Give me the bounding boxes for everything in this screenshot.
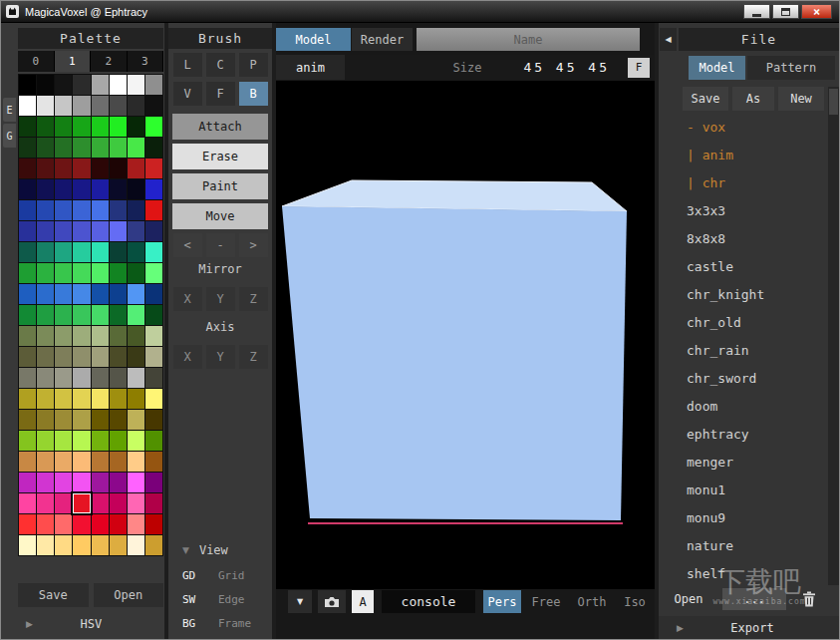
palette-swatch[interactable]	[145, 389, 162, 409]
palette-tab-0[interactable]: 0	[18, 51, 55, 72]
palette-swatch[interactable]	[92, 431, 109, 451]
palette-swatch[interactable]	[145, 514, 162, 534]
file-item[interactable]: chr_knight	[683, 280, 824, 308]
palette-swatch[interactable]	[19, 431, 36, 451]
palette-swatch[interactable]	[145, 159, 162, 178]
palette-swatch[interactable]	[145, 138, 162, 158]
palette-swatch[interactable]	[128, 75, 144, 95]
palette-swatch[interactable]	[128, 452, 144, 472]
palette-swatch[interactable]	[110, 493, 127, 513]
palette-swatch[interactable]	[92, 410, 109, 430]
tab-model[interactable]: Model	[276, 28, 351, 51]
palette-swatch[interactable]	[73, 431, 90, 451]
palette-swatch[interactable]	[55, 452, 72, 472]
palette-swatch[interactable]	[128, 410, 144, 430]
palette-swatch[interactable]	[19, 159, 36, 178]
palette-swatch[interactable]	[55, 368, 72, 388]
palette-swatch[interactable]	[73, 221, 90, 241]
palette-swatch[interactable]	[19, 179, 36, 199]
move-button[interactable]: Move	[172, 203, 268, 229]
palette-swatch[interactable]	[110, 284, 127, 304]
palette-swatch[interactable]	[55, 179, 72, 199]
palette-swatch[interactable]	[55, 535, 72, 555]
palette-swatch[interactable]	[73, 305, 90, 325]
palette-swatch[interactable]	[19, 389, 36, 409]
palette-tab-3[interactable]: 3	[128, 51, 164, 72]
palette-save-button[interactable]: Save	[18, 583, 89, 607]
palette-swatch[interactable]	[145, 75, 162, 95]
palette-swatch[interactable]	[73, 452, 90, 472]
palette-swatch[interactable]	[145, 368, 162, 388]
palette-swatch[interactable]	[145, 535, 162, 555]
file-tab-pattern[interactable]: Pattern	[747, 56, 835, 80]
palette-swatch[interactable]	[128, 117, 144, 137]
palette-swatch[interactable]	[145, 242, 162, 262]
palette-swatch[interactable]	[92, 284, 109, 304]
palette-swatch[interactable]	[37, 159, 54, 178]
palette-swatch[interactable]	[73, 410, 90, 430]
palette-swatch[interactable]	[128, 347, 144, 367]
brush-mode-f[interactable]: F	[206, 82, 235, 106]
palette-swatch[interactable]	[55, 263, 72, 283]
file-item[interactable]: monu1	[683, 476, 824, 503]
palette-swatch[interactable]	[145, 493, 162, 513]
file-item[interactable]: 8x8x8	[683, 224, 824, 252]
palette-swatch[interactable]	[110, 221, 127, 241]
palette-swatch[interactable]	[92, 242, 109, 262]
palette-swatch[interactable]	[73, 326, 90, 346]
palette-swatch[interactable]	[145, 347, 162, 367]
close-button[interactable]: ×	[801, 4, 832, 19]
palette-swatch[interactable]	[92, 159, 109, 178]
palette-swatch[interactable]	[128, 96, 144, 116]
file-item[interactable]: | chr	[683, 168, 824, 196]
palette-swatch[interactable]	[92, 326, 109, 346]
palette-swatch[interactable]	[145, 326, 162, 346]
model-viewport[interactable]	[276, 81, 655, 589]
palette-swatch[interactable]	[92, 389, 109, 409]
axis-z-button[interactable]: Z	[239, 345, 268, 369]
palette-swatch[interactable]	[73, 179, 90, 199]
palette-swatch[interactable]	[92, 75, 109, 95]
file-item[interactable]: chr_sword	[683, 364, 824, 392]
palette-swatch[interactable]	[19, 96, 36, 116]
palette-swatch[interactable]	[37, 347, 54, 367]
palette-swatch[interactable]	[19, 368, 36, 388]
palette-swatch[interactable]	[110, 75, 127, 95]
palette-swatch[interactable]	[55, 389, 72, 409]
palette-swatch[interactable]	[73, 493, 90, 513]
palette-swatch[interactable]	[92, 514, 109, 534]
camera-mode-free[interactable]: Free	[525, 590, 567, 613]
palette-swatch[interactable]	[55, 159, 72, 178]
palette-swatch[interactable]	[110, 117, 127, 137]
file-item[interactable]: shelf	[683, 559, 824, 587]
palette-swatch[interactable]	[145, 431, 162, 451]
palette-swatch[interactable]	[73, 368, 90, 388]
palette-swatch[interactable]	[92, 452, 109, 472]
palette-swatch[interactable]	[55, 117, 72, 137]
palette-swatch[interactable]	[37, 179, 54, 199]
palette-swatch[interactable]	[110, 473, 127, 492]
file-new-button[interactable]: New	[778, 87, 824, 111]
palette-swatch[interactable]	[92, 493, 109, 513]
palette-swatch[interactable]	[110, 368, 127, 388]
palette-side-tab-e[interactable]: E	[3, 98, 16, 122]
palette-swatch[interactable]	[145, 452, 162, 472]
nav-prev-button[interactable]: <	[173, 233, 202, 257]
palette-swatch[interactable]	[19, 326, 36, 346]
palette-tab-2[interactable]: 2	[91, 51, 128, 72]
palette-swatch[interactable]	[145, 284, 162, 304]
brush-mode-b[interactable]: B	[239, 82, 268, 106]
palette-swatch[interactable]	[55, 75, 72, 95]
palette-swatch[interactable]	[145, 305, 162, 325]
palette-open-button[interactable]: Open	[94, 583, 164, 607]
file-delete-button[interactable]	[796, 588, 822, 610]
palette-swatch[interactable]	[73, 473, 90, 492]
file-item[interactable]: 3x3x3	[683, 196, 824, 224]
view-toggle-frame[interactable]: BG Frame	[168, 612, 272, 634]
palette-swatch[interactable]	[19, 305, 36, 325]
palette-swatch[interactable]	[37, 389, 54, 409]
palette-swatch[interactable]	[92, 305, 109, 325]
nav-reset-button[interactable]: -	[206, 233, 235, 257]
axes-toggle-button[interactable]: A	[352, 590, 374, 613]
palette-swatch[interactable]	[92, 117, 109, 137]
